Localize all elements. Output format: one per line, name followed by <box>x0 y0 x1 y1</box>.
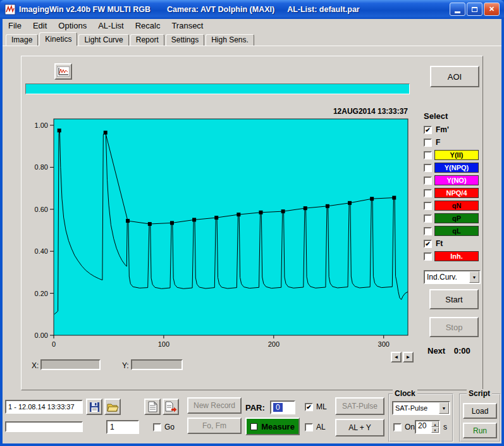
fm-prime-marker <box>326 204 329 208</box>
mini-chart-icon <box>57 66 70 77</box>
clock-on-row: On <box>393 423 415 431</box>
new-record-button[interactable]: New Record <box>187 397 242 414</box>
tab-high-sens[interactable]: High Sens. <box>206 34 254 46</box>
record-scrollbar[interactable] <box>5 421 83 432</box>
select-panel: Select ✔Fm'FY(II)Y(NPQ)Y(NO)NPQ/4qNqPqL✔… <box>424 111 483 263</box>
al-plus-y-button[interactable]: AL + Y <box>335 419 384 437</box>
menu-edit[interactable]: Edit <box>27 19 52 32</box>
ml-checkbox[interactable]: ✔ <box>305 403 313 411</box>
clock-interval-value: 20 <box>416 421 431 433</box>
clock-mode-dropdown[interactable]: SAT-Pulse ▼ <box>392 401 450 415</box>
menu-transect[interactable]: Transect <box>166 19 209 32</box>
menu-options[interactable]: Options <box>52 19 92 32</box>
aoi-button[interactable]: AOI <box>430 66 479 87</box>
select-checkbox-y-ii[interactable] <box>424 151 432 159</box>
script-load-button[interactable]: Load <box>463 403 497 419</box>
select-checkbox-y-npq[interactable] <box>424 164 432 172</box>
report-button[interactable] <box>144 399 161 415</box>
close-button[interactable]: ✕ <box>484 3 500 16</box>
select-chip-f: F <box>434 137 479 147</box>
record-selector-input[interactable]: 1 - 12.08.14 13:33:37 <box>5 400 83 414</box>
kinetics-chart-icon-button[interactable] <box>54 63 72 80</box>
next-pulse-countdown: Next 0:00 <box>427 346 470 356</box>
clock-on-checkbox[interactable] <box>393 423 402 431</box>
select-checkbox-inh[interactable] <box>424 252 432 261</box>
select-checkbox-y-no[interactable] <box>424 177 432 185</box>
close-icon: ✕ <box>489 5 495 13</box>
measure-label: Measure <box>261 422 295 431</box>
tab-strip: ImageKineticsLight CurveReportSettingsHi… <box>3 32 501 46</box>
save-button[interactable] <box>86 399 102 415</box>
select-checkbox-fm[interactable]: ✔ <box>424 126 432 134</box>
select-checkbox-npq-4[interactable] <box>424 189 432 197</box>
ml-label: ML <box>316 402 327 411</box>
start-button[interactable]: Start <box>429 289 479 309</box>
fm-prime-marker <box>370 197 374 201</box>
menu-al-list[interactable]: AL-List <box>92 19 129 32</box>
svg-text:0.20: 0.20 <box>35 290 48 297</box>
select-panel-title: Select <box>424 111 483 121</box>
minimize-button[interactable] <box>450 3 465 16</box>
fo-fm-button[interactable]: Fo, Fm <box>187 418 242 434</box>
fm-prime-marker <box>259 211 262 214</box>
select-row-f: F <box>424 136 483 149</box>
measure-button[interactable]: Measure <box>245 418 300 435</box>
window-title: ImagingWin v2.40b FW MULTI RGB <box>19 5 151 14</box>
clock-interval-spinner[interactable]: 20 ▲ ▼ <box>415 420 440 434</box>
fm-prime-marker <box>214 216 218 220</box>
select-checkbox-qp[interactable] <box>424 214 432 223</box>
maximize-button[interactable] <box>467 3 482 16</box>
sat-pulse-button[interactable]: SAT-Pulse <box>335 397 384 415</box>
fm-prime-marker <box>304 206 307 210</box>
record-number-value: 1 <box>108 423 114 431</box>
measure-indicator <box>250 423 257 430</box>
clock-on-label: On <box>405 423 415 431</box>
spinner-down-icon[interactable]: ▼ <box>431 427 439 433</box>
select-row-qn: qN <box>424 199 483 212</box>
go-checkbox-row: Go <box>153 423 175 431</box>
title-bar[interactable]: ImagingWin v2.40b FW MULTI RGB Camera: A… <box>0 0 504 19</box>
menu-recalc[interactable]: Recalc <box>130 19 166 32</box>
select-row-y-ii: Y(II) <box>424 149 483 161</box>
select-checkbox-ql[interactable] <box>424 227 432 235</box>
next-value: 0:00 <box>454 346 470 356</box>
record-selector-value: 1 - 12.08.14 13:33:37 <box>6 403 75 411</box>
clock-chevron-down-icon[interactable]: ▼ <box>439 402 449 414</box>
tab-report[interactable]: Report <box>130 34 164 46</box>
curve-mode-dropdown[interactable]: Ind.Curv. ▼ <box>424 270 481 284</box>
open-record-button[interactable] <box>104 399 121 415</box>
stop-button[interactable]: Stop <box>429 317 479 337</box>
select-row-npq-4: NPQ/4 <box>424 187 483 199</box>
select-row-y-npq: Y(NPQ) <box>424 161 483 174</box>
select-checkbox-ft[interactable]: ✔ <box>424 240 432 248</box>
spinner-up-icon[interactable]: ▲ <box>431 421 439 427</box>
y-coordinate-readout <box>131 359 183 370</box>
tab-image[interactable]: Image <box>6 34 38 46</box>
prev-record-button[interactable]: ◄ <box>391 352 402 362</box>
export-button[interactable] <box>163 399 179 415</box>
select-checkbox-f[interactable] <box>424 139 432 147</box>
select-row-inh: Inh. <box>424 250 483 263</box>
al-label: AL <box>316 423 326 431</box>
script-run-button[interactable]: Run <box>463 423 497 438</box>
x-coordinate-label: X: <box>32 361 39 370</box>
tab-settings[interactable]: Settings <box>166 34 204 46</box>
tab-kinetics[interactable]: Kinetics <box>39 32 77 46</box>
par-input[interactable]: 0 <box>270 400 295 414</box>
go-checkbox[interactable] <box>153 423 161 431</box>
chevron-down-icon[interactable]: ▼ <box>469 271 479 283</box>
tab-light-curve[interactable]: Light Curve <box>78 34 128 46</box>
clock-mode-value: SAT-Pulse <box>393 404 439 412</box>
al-checkbox[interactable] <box>305 423 313 431</box>
par-label: PAR: <box>245 403 265 412</box>
select-chip-y-ii: Y(II) <box>434 150 479 160</box>
menu-file[interactable]: File <box>3 19 27 32</box>
fm-prime-marker <box>126 219 130 223</box>
next-record-button[interactable]: ► <box>403 352 414 362</box>
record-number-input[interactable]: 1 <box>106 420 139 434</box>
select-chip-fm: Fm' <box>434 125 479 135</box>
window-camera: Camera: AVT Dolphin (MAXI) <box>167 5 274 14</box>
select-checkbox-qn[interactable] <box>424 202 432 210</box>
y-coordinate-label: Y: <box>122 361 129 370</box>
floppy-disk-icon <box>89 402 100 412</box>
